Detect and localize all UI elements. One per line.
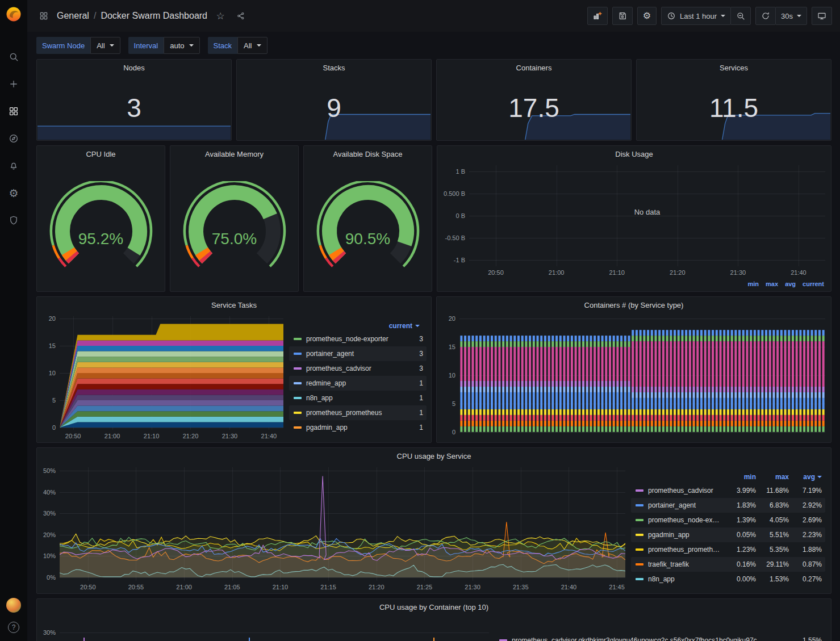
legend-item[interactable]: prometheus_node-exporter1.39%4.05%2.69% [631, 513, 825, 527]
dashboards-icon[interactable] [0, 98, 27, 125]
configuration-gear-icon[interactable]: ⚙ [0, 179, 27, 207]
time-range-picker[interactable]: Last 1 hour [661, 7, 731, 25]
disk-usage-chart[interactable]: No data [469, 165, 825, 266]
star-icon[interactable]: ☆ [213, 9, 228, 23]
legend-item[interactable]: prometheus_node-exporter3 [289, 332, 427, 346]
variable-value-dropdown[interactable]: All [237, 37, 267, 54]
legend-label: portainer_agent [306, 350, 413, 358]
legend-sort-min[interactable]: min [723, 473, 756, 481]
legend-item[interactable]: redmine_app1 [289, 376, 427, 391]
panel-title[interactable]: Available Disk Space [304, 146, 432, 162]
x-axis [459, 434, 825, 441]
x-axis-label: 21:30 [465, 584, 480, 590]
series-stat-link-max[interactable]: max [766, 280, 778, 287]
sidebar-bottom: ? [6, 598, 21, 633]
variable-label: Swarm Node [36, 37, 90, 54]
legend-item[interactable]: prometheus_cadvisor3 [289, 361, 427, 376]
legend-item[interactable]: n8n_app1 [289, 391, 427, 405]
x-axis-label: 20:55 [128, 584, 144, 590]
legend-sort-current[interactable]: current [389, 322, 420, 330]
legend-sort-avg[interactable]: avg [789, 473, 822, 481]
x-axis-label: 21:20 [670, 269, 686, 276]
legend-item[interactable]: prometheus_cadvisor.qkdbkjmr3qlovgu46upo… [495, 633, 825, 641]
dashboard-grid-icon[interactable] [36, 9, 51, 23]
y-axis-label: -1 B [454, 257, 465, 263]
search-icon[interactable] [0, 43, 27, 70]
chart-spike [433, 638, 434, 641]
panel-title[interactable]: CPU usage by Service [37, 448, 831, 464]
dashboard-variables-bar: Swarm Node All Interval auto Stack All [27, 32, 840, 59]
panel-title[interactable]: Services [637, 60, 831, 76]
legend-sort-max[interactable]: max [756, 473, 789, 481]
variable-value-dropdown[interactable]: All [90, 37, 120, 54]
cycle-view-mode-button[interactable] [812, 7, 832, 25]
zoom-out-button[interactable] [730, 7, 751, 25]
dashboard-grid: Nodes 3 Stacks 9 Containers 17.5 Service… [27, 59, 840, 641]
service-tasks-chart[interactable] [60, 316, 283, 430]
x-axis-label: 21:00 [549, 269, 565, 276]
legend-item[interactable]: traefik_traefik0.16%29.11%0.87% [631, 557, 825, 572]
y-axis-label: 5 [452, 400, 455, 407]
legend-item[interactable]: prometheus_prometheus1 [289, 405, 427, 420]
legend-avg-value: 0.87% [789, 560, 822, 568]
server-admin-shield-icon[interactable] [0, 207, 27, 234]
grid-line [469, 238, 825, 238]
panel-title[interactable]: Containers [437, 60, 631, 76]
legend-item[interactable]: prometheus_cadvisor3.99%11.68%7.19% [631, 483, 825, 498]
panel-title[interactable]: Service Tasks [37, 297, 431, 313]
alerting-bell-icon[interactable] [0, 152, 27, 179]
refresh-button[interactable] [755, 7, 776, 25]
series-stat-link-min[interactable]: min [748, 280, 759, 287]
create-plus-icon[interactable] [0, 70, 27, 98]
add-panel-button[interactable] [587, 7, 608, 25]
user-avatar[interactable] [6, 598, 21, 613]
legend-item[interactable]: portainer_agent1.83%6.83%2.92% [631, 498, 825, 513]
help-glyph: ? [12, 623, 16, 631]
save-dashboard-button[interactable] [612, 7, 633, 25]
legend-item[interactable]: pgadmin_app1 [289, 420, 427, 435]
cpu-by-container-chart[interactable] [60, 618, 489, 641]
legend-item[interactable]: n8n_app0.00%1.53%0.27% [631, 572, 825, 586]
legend-item[interactable]: pgadmin_app0.05%5.51%2.23% [631, 527, 825, 542]
panel-title[interactable]: Containers # (by Service type) [437, 297, 831, 313]
explore-compass-icon[interactable] [0, 125, 27, 152]
legend-min-value: 3.99% [723, 487, 756, 495]
legend-table: minmaxavg prometheus_cadvisor3.99%11.68%… [631, 464, 831, 593]
y-axis: 1 B0.500 B0 B-0.50 B-1 B [441, 165, 469, 266]
panel-title[interactable]: Stacks [237, 60, 431, 76]
panel-title[interactable]: Disk Usage [437, 146, 831, 162]
cpu-by-service-chart[interactable] [60, 467, 625, 581]
refresh-interval-dropdown[interactable]: 30s [775, 7, 807, 25]
gear-glyph: ⚙ [9, 188, 18, 199]
grid-line [557, 165, 557, 266]
legend-color-indicator [636, 534, 643, 536]
series-stat-link-current[interactable]: current [803, 280, 824, 287]
help-icon[interactable]: ? [8, 622, 19, 633]
legend-avg-value: 7.19% [789, 487, 822, 495]
panel-title[interactable]: CPU usage by Container (top 10) [37, 599, 831, 615]
share-icon[interactable] [233, 9, 248, 23]
panel-title[interactable]: CPU Idle [37, 146, 165, 162]
legend-value: 1 [419, 379, 423, 387]
legend-label: n8n_app [648, 575, 723, 583]
panel-title[interactable]: Available Memory [170, 146, 298, 162]
breadcrumb: General / Docker Swarm Dashboard [57, 11, 207, 21]
variable-value-dropdown[interactable]: auto [164, 37, 199, 54]
y-axis-label: -0.50 B [445, 234, 465, 241]
containers-by-service-chart[interactable] [459, 316, 825, 434]
legend-item[interactable]: portainer_agent3 [289, 346, 427, 361]
x-axis-label: 20:50 [80, 584, 96, 590]
y-axis: 50%40%30%20%10%0% [40, 467, 60, 581]
breadcrumb-folder[interactable]: General [57, 11, 89, 21]
dashboard-settings-button[interactable]: ⚙ [637, 7, 657, 25]
legend-item[interactable]: prometheus_prometheus1.23%5.35%1.88% [631, 542, 825, 557]
series-stat-link-avg[interactable]: avg [785, 280, 796, 287]
legend-color-indicator [294, 353, 302, 355]
panel-title[interactable]: Nodes [37, 60, 231, 76]
legend-label: prometheus_prometheus [306, 409, 413, 417]
grafana-logo[interactable] [5, 6, 22, 23]
legend-color-indicator [294, 412, 302, 414]
grid-line [678, 165, 678, 266]
panel-nodes: Nodes 3 [36, 59, 232, 141]
panel-stacks: Stacks 9 [236, 59, 432, 141]
